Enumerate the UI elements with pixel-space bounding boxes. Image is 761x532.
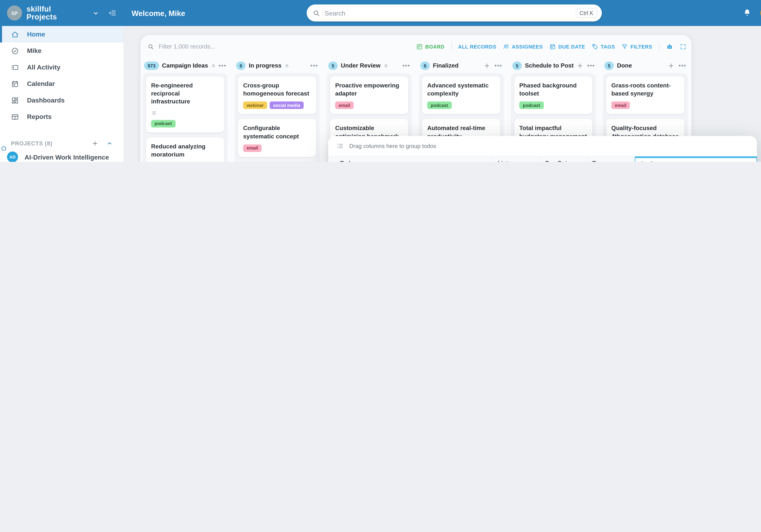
tag: podcast — [519, 102, 544, 109]
card-tags: webinarsocial media — [243, 102, 311, 109]
sidebar-item-all-activity[interactable]: All Activity — [0, 59, 124, 76]
toolbar-label: TAGS — [601, 44, 615, 49]
floating-home-icon[interactable] — [0, 145, 7, 151]
sidebar-item-label: All Activity — [27, 63, 60, 71]
group-bar[interactable]: Drag columns here to group todos — [328, 136, 757, 156]
kanban-card[interactable]: Cross-group homogeneous forecastwebinars… — [238, 77, 316, 114]
column-menu-icon[interactable]: ••• — [587, 62, 595, 69]
card-tags: email — [335, 102, 403, 109]
toolbar-board[interactable]: BOARD — [416, 43, 444, 50]
kanban-card[interactable]: Phased background toolsetpodcast — [514, 77, 592, 114]
card-title: Phased background toolset — [519, 81, 587, 98]
card-title: Proactive empowering adapter — [335, 81, 403, 98]
card-tags: email — [243, 144, 311, 152]
column-menu-icon[interactable]: ••• — [402, 62, 410, 69]
toolbar-assignees[interactable]: ASSIGNEES — [503, 43, 543, 50]
kanban-column-header: 5Schedule to Post••• — [511, 58, 596, 73]
kanban-card[interactable]: Configurable systematic conceptemail — [238, 119, 316, 157]
tag: email — [612, 102, 630, 109]
notifications-bell-icon[interactable] — [743, 9, 751, 17]
toolbar-tags[interactable]: TAGS — [592, 43, 615, 50]
column-title: Finalized — [433, 62, 459, 69]
sidebar-item-dashboards[interactable]: Dashboards — [0, 92, 124, 108]
column-actions: ••• — [218, 62, 226, 69]
tag: email — [335, 102, 354, 109]
add-card-icon[interactable] — [577, 62, 583, 69]
people-icon — [503, 43, 509, 50]
toolbar-label: FILTERS — [630, 44, 652, 49]
card-tags: podcast — [151, 120, 219, 127]
sidebar-item-home[interactable]: Home — [0, 26, 124, 42]
activity-icon — [11, 63, 19, 71]
kanban-column-body: Re-engineered reciprocal infrastructurep… — [143, 73, 228, 162]
column-header-due-date[interactable]: Due Date — [540, 156, 587, 162]
column-header-todo[interactable]: Todo — [328, 156, 493, 162]
collapse-sidebar-icon[interactable] — [108, 9, 117, 17]
projects-section-header: PROJECTS (8) — [0, 138, 124, 149]
chevron-up-icon[interactable] — [106, 140, 112, 146]
toolbar-label: ALL RECORDS — [458, 44, 496, 49]
calendar-icon — [11, 80, 19, 88]
toolbar-separator — [451, 42, 451, 51]
toolbar-all-records[interactable]: ALL RECORDS — [458, 44, 496, 49]
card-tags: podcast — [427, 102, 495, 109]
column-menu-icon[interactable]: ••• — [310, 62, 318, 69]
column-header-tags[interactable]: Tags — [587, 156, 635, 162]
funnel-icon — [621, 43, 628, 50]
expand-icon[interactable] — [680, 43, 686, 50]
kanban-column-header: 6Finalized••• — [419, 58, 504, 73]
kanban-card[interactable]: Grass-roots content-based synergyemail — [606, 77, 684, 114]
board-icon — [416, 43, 423, 50]
card-title: Cross-group homogeneous forecast — [243, 81, 311, 98]
sidebar: HomeMikeAll ActivityCalendarDashboardsRe… — [0, 26, 124, 162]
tag: podcast — [427, 102, 451, 109]
toolbar-filters[interactable]: FILTERS — [621, 43, 652, 50]
tag: webinar — [243, 102, 267, 109]
toolbar-due-date[interactable]: DUE DATE — [549, 43, 585, 50]
search-input[interactable]: Search Ctrl K — [307, 5, 602, 22]
column-header-assignees[interactable]: Assignees — [635, 156, 757, 162]
sidebar-project-ad[interactable]: ADAI-Driven Work Intelligence — [0, 149, 124, 162]
user-avatar[interactable]: M — [760, 6, 761, 21]
sidebar-item-mike[interactable]: Mike — [0, 42, 124, 59]
kanban-card[interactable]: Re-engineered reciprocal infrastructurep… — [146, 77, 224, 132]
table-header-row: TodoListDue DateTagsAssignees — [328, 156, 757, 162]
robot-icon[interactable] — [666, 43, 673, 50]
workspace-logo: SP — [7, 6, 22, 21]
calendar-icon — [549, 43, 556, 50]
kanban-card[interactable]: Proactive empowering adapteremail — [330, 77, 408, 114]
dashboards-icon — [11, 96, 19, 104]
card-tags: podcast — [519, 102, 587, 109]
column-menu-icon[interactable]: ••• — [678, 62, 686, 69]
column-actions: ••• — [310, 62, 318, 69]
column-header-list[interactable]: List — [493, 156, 540, 162]
column-menu-icon[interactable]: ••• — [495, 62, 502, 69]
add-project-icon[interactable] — [91, 140, 99, 147]
header-label: Todo — [340, 160, 354, 162]
search-icon — [147, 43, 154, 50]
workspace-switcher[interactable]: SP skillful Projects — [0, 5, 124, 21]
header-label: Due Date — [545, 160, 570, 162]
column-menu-icon[interactable]: ••• — [218, 62, 226, 69]
header-label: List — [498, 160, 508, 162]
add-card-icon[interactable] — [484, 62, 491, 69]
card-title: Re-engineered reciprocal infrastructure — [151, 81, 219, 106]
card-title: Advanced systematic complexity — [427, 81, 495, 98]
project-badge: AD — [7, 151, 18, 162]
toolbar-label: DUE DATE — [558, 44, 585, 49]
kanban-column-header: 5Done••• — [603, 58, 688, 73]
sidebar-item-calendar[interactable]: Calendar — [0, 76, 124, 92]
sidebar-item-reports[interactable]: Reports — [0, 108, 124, 125]
add-card-icon[interactable] — [668, 62, 674, 69]
kanban-card[interactable]: Advanced systematic complexitypodcast — [422, 77, 500, 114]
kanban-card[interactable]: Reduced analyzing moratoriumemail — [146, 137, 224, 162]
card-title: Grass-roots content-based synergy — [612, 81, 679, 98]
home-icon — [11, 30, 19, 38]
search-shortcut-badge: Ctrl K — [576, 8, 597, 18]
card-tags: email — [612, 102, 679, 109]
column-title: Schedule to Post — [525, 62, 574, 69]
search-icon — [313, 9, 320, 17]
chevron-down-icon[interactable] — [92, 10, 99, 16]
column-actions: ••• — [484, 62, 502, 69]
board-filter-placeholder: Filter 1,000 records... — [158, 43, 215, 50]
